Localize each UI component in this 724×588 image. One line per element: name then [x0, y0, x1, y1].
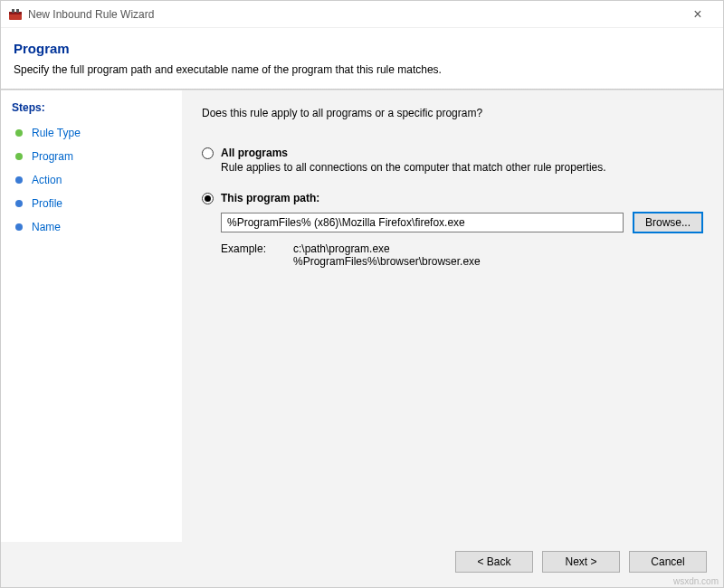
- program-path-input[interactable]: [221, 213, 624, 232]
- step-rule-type[interactable]: Rule Type: [12, 121, 171, 145]
- step-bullet-icon: [15, 153, 23, 160]
- option-all-desc: Rule applies to all connections on the c…: [221, 161, 703, 174]
- svg-rect-1: [9, 12, 22, 14]
- close-icon[interactable]: ×: [680, 6, 716, 23]
- app-icon: [8, 7, 23, 22]
- step-label: Action: [32, 174, 62, 186]
- example-line: c:\path\program.exe: [293, 242, 481, 255]
- footer: < Back Next > Cancel: [1, 542, 723, 587]
- step-bullet-icon: [15, 176, 23, 184]
- main-panel: Does this rule apply to all programs or …: [182, 90, 723, 542]
- window-title: New Inbound Rule Wizard: [28, 8, 680, 21]
- step-program[interactable]: Program: [12, 145, 171, 168]
- option-program-path: This program path: Browse... Example: c:…: [202, 192, 703, 268]
- radio-program-path[interactable]: [202, 193, 214, 204]
- svg-rect-2: [12, 9, 14, 13]
- step-label: Rule Type: [32, 127, 81, 139]
- header: Program Specify the full program path an…: [1, 28, 723, 89]
- step-label: Name: [32, 221, 61, 233]
- next-button[interactable]: Next >: [542, 551, 620, 573]
- step-profile[interactable]: Profile: [12, 192, 171, 215]
- browse-button[interactable]: Browse...: [633, 212, 703, 233]
- step-name[interactable]: Name: [12, 215, 171, 239]
- option-path-label: This program path:: [221, 192, 319, 204]
- question-text: Does this rule apply to all programs or …: [202, 107, 703, 119]
- example-block: Example: c:\path\program.exe %ProgramFil…: [221, 242, 703, 268]
- example-line: %ProgramFiles%\browser\browser.exe: [293, 255, 481, 268]
- wizard-window: New Inbound Rule Wizard × Program Specif…: [0, 0, 724, 588]
- steps-sidebar: Steps: Rule Type Program Action Profile …: [1, 90, 182, 542]
- step-bullet-icon: [15, 223, 23, 231]
- page-description: Specify the full program path and execut…: [14, 63, 710, 76]
- steps-heading: Steps:: [12, 101, 171, 114]
- step-action[interactable]: Action: [12, 168, 171, 192]
- back-button[interactable]: < Back: [455, 551, 533, 573]
- svg-rect-3: [16, 9, 19, 13]
- body: Steps: Rule Type Program Action Profile …: [1, 90, 723, 542]
- step-label: Program: [32, 150, 73, 163]
- step-label: Profile: [32, 197, 62, 210]
- option-all-programs: All programs Rule applies to all connect…: [202, 147, 703, 174]
- radio-all-programs[interactable]: [202, 147, 214, 159]
- step-bullet-icon: [15, 200, 23, 207]
- option-all-label: All programs: [221, 147, 288, 159]
- cancel-button[interactable]: Cancel: [629, 551, 707, 573]
- step-bullet-icon: [15, 129, 23, 137]
- example-label: Example:: [221, 242, 293, 268]
- titlebar: New Inbound Rule Wizard ×: [1, 1, 723, 28]
- page-title: Program: [14, 41, 710, 56]
